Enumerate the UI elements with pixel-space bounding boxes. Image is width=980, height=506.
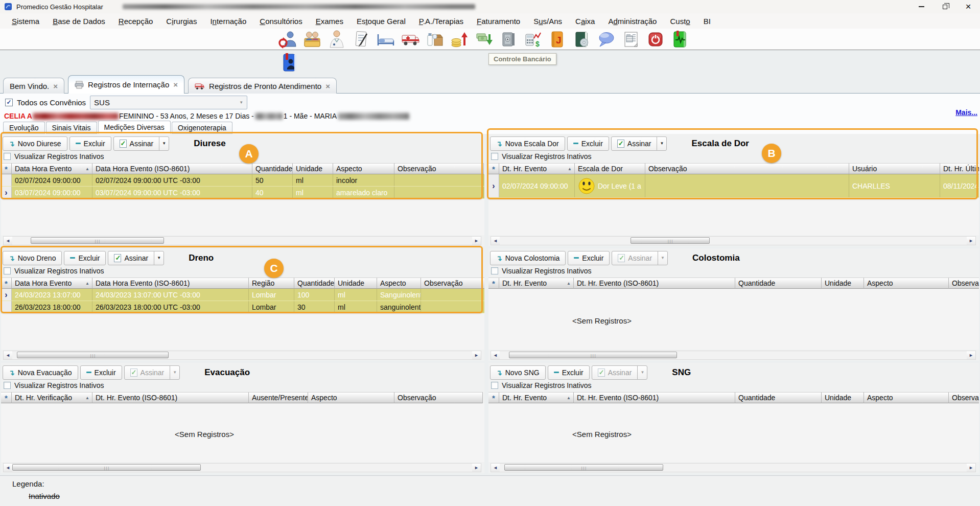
- reference-book-icon[interactable]: [572, 29, 592, 50]
- ambulance-icon[interactable]: [400, 29, 421, 50]
- sign-button[interactable]: ✓Assinar: [113, 136, 160, 151]
- tab-bem-vindo[interactable]: Bem Vindo. ×: [3, 78, 64, 94]
- restore-button[interactable]: [933, 0, 956, 13]
- tab-registros-de-internacao[interactable]: Registros de Internação ×: [68, 75, 184, 94]
- sign-button[interactable]: ✓Assinar: [612, 251, 658, 265]
- phone-directory-icon[interactable]: J: [547, 29, 568, 50]
- scroll-thumb[interactable]: [31, 237, 164, 244]
- column-header-ausente-presente[interactable]: Ausente/Presente: [249, 392, 308, 403]
- menu-item-bi[interactable]: BI: [697, 15, 717, 27]
- scroll-thumb[interactable]: [631, 237, 710, 244]
- column-header-dt-hr-evento-iso-8601[interactable]: Dt. Hr. Evento (ISO-8601): [574, 278, 735, 289]
- horizontal-scrollbar[interactable]: ◄ ►: [3, 236, 481, 245]
- inactive-filter-checkbox[interactable]: Visualizar Registros Inativos: [1, 380, 484, 390]
- scroll-right-icon[interactable]: ►: [472, 237, 481, 245]
- new-record-button[interactable]: ↴Nova Evacuação: [3, 365, 78, 380]
- close-icon[interactable]: ×: [325, 82, 330, 90]
- delete-button[interactable]: Excluir: [69, 136, 111, 151]
- column-header-quantidade[interactable]: Quantidade: [294, 278, 335, 289]
- sign-dropdown-button[interactable]: ▼: [170, 365, 180, 380]
- column-header-unidade[interactable]: Unidade: [293, 163, 333, 174]
- column-header-aspecto[interactable]: Aspecto: [864, 278, 949, 289]
- inactive-filter-checkbox[interactable]: Visualizar Registros Inativos: [1, 151, 484, 162]
- sign-dropdown-button[interactable]: ▼: [657, 136, 667, 151]
- menu-item-exames[interactable]: Exames: [309, 15, 350, 27]
- column-header-quantidade[interactable]: Quantidade: [252, 163, 293, 174]
- menu-item-custo[interactable]: Custo: [663, 15, 696, 27]
- billing-calculator-icon[interactable]: $: [523, 29, 543, 50]
- user-sync-icon[interactable]: [277, 29, 298, 50]
- patient-records-icon[interactable]: [302, 29, 322, 50]
- inactive-filter-checkbox[interactable]: Visualizar Registros Inativos: [488, 151, 979, 162]
- new-record-button[interactable]: ↴Novo Diurese: [3, 136, 67, 151]
- tab-registros-de-pronto-atendimento[interactable]: Registros de Pronto Atendimento ×: [188, 78, 337, 94]
- coins-up-icon[interactable]: [449, 29, 470, 50]
- sign-dropdown-button[interactable]: ▼: [658, 251, 668, 265]
- new-record-button[interactable]: ↴Nova Escala Dor: [490, 136, 565, 151]
- column-header-regi-o[interactable]: Região: [249, 278, 294, 289]
- convenio-select[interactable]: SUS ▼: [90, 96, 247, 109]
- horizontal-scrollbar[interactable]: ◄ ►: [491, 463, 976, 472]
- doctor-icon[interactable]: [326, 29, 347, 50]
- new-record-button[interactable]: ↴Novo Dreno: [3, 251, 62, 265]
- all-convenios-checkbox[interactable]: ✓: [5, 99, 13, 106]
- inactive-filter-checkbox[interactable]: Visualizar Registros Inativos: [1, 266, 484, 276]
- column-header-dt-hr-evento[interactable]: Dt. Hr. Evento▲: [499, 278, 574, 289]
- sign-dropdown-button[interactable]: ▼: [154, 251, 164, 265]
- menu-item-faturamento[interactable]: Faturamento: [470, 15, 527, 27]
- table-row[interactable]: ›24/03/2023 13:07:0024/03/2023 13:07:00 …: [1, 289, 484, 301]
- column-header-escala-de-dor[interactable]: Escala de Dor: [575, 163, 645, 174]
- sign-dropdown-button[interactable]: ▼: [159, 136, 169, 151]
- scroll-right-icon[interactable]: ►: [472, 351, 481, 359]
- menu-item-sus-ans[interactable]: Sus/Ans: [527, 15, 569, 27]
- scroll-left-icon[interactable]: ◄: [491, 464, 500, 472]
- close-button[interactable]: ×: [956, 0, 980, 13]
- delete-button[interactable]: Excluir: [568, 251, 610, 265]
- bank-safe-icon[interactable]: [498, 29, 519, 50]
- inactive-filter-checkbox[interactable]: Visualizar Registros Inativos: [488, 380, 979, 390]
- scroll-right-icon[interactable]: ►: [967, 237, 975, 245]
- scroll-left-icon[interactable]: ◄: [4, 237, 12, 245]
- column-header-observa-o[interactable]: Observação: [645, 163, 849, 174]
- column-header-data-hora-evento[interactable]: Data Hora Evento▲: [12, 278, 92, 289]
- menu-item-estoque-geral[interactable]: Estoque Geral: [350, 15, 412, 27]
- more-link[interactable]: Mais...: [955, 108, 977, 117]
- scroll-left-icon[interactable]: ◄: [4, 351, 12, 359]
- column-header-aspecto[interactable]: Aspecto: [333, 163, 394, 174]
- column-header-unidade[interactable]: Unidade: [335, 278, 377, 289]
- subtab-medi-es-diversas[interactable]: Medições Diversas: [98, 121, 171, 134]
- subtab-sinais-vitais[interactable]: Sinais Vitais: [46, 122, 97, 134]
- scroll-left-icon[interactable]: ◄: [491, 351, 500, 359]
- health-log-icon[interactable]: [670, 29, 690, 50]
- close-icon[interactable]: ×: [53, 82, 58, 90]
- scroll-track[interactable]: [500, 237, 967, 245]
- horizontal-scrollbar[interactable]: ◄ ►: [3, 463, 481, 472]
- scroll-left-icon[interactable]: ◄: [491, 237, 500, 245]
- menu-item-recep-o[interactable]: Recepção: [112, 15, 160, 27]
- scroll-right-icon[interactable]: ►: [472, 464, 481, 472]
- scroll-thumb[interactable]: [12, 464, 201, 471]
- sign-button[interactable]: ✓Assinar: [592, 365, 638, 380]
- column-header-data-hora-evento[interactable]: Data Hora Evento▲: [12, 163, 92, 174]
- close-icon[interactable]: ×: [173, 80, 178, 89]
- subtab-oxigenoterapia[interactable]: Oxigenoterapia: [172, 122, 232, 134]
- column-header-unidade[interactable]: Unidade: [822, 392, 864, 403]
- sign-dropdown-button[interactable]: ▼: [637, 365, 647, 380]
- column-header-quantidade[interactable]: Quantidade: [735, 278, 822, 289]
- sign-button[interactable]: ✓Assinar: [108, 251, 154, 265]
- column-header-unidade[interactable]: Unidade: [822, 278, 864, 289]
- column-header-aspecto[interactable]: Aspecto: [308, 392, 394, 403]
- scroll-track[interactable]: [12, 351, 472, 359]
- column-header-dt-hr-verifica-o[interactable]: Dt. Hr. Verificação▲: [12, 392, 92, 403]
- column-header-dt-hr-evento-iso-8601[interactable]: Dt. Hr. Evento (ISO-8601): [92, 392, 249, 403]
- pharmacy-supplies-icon[interactable]: [425, 29, 445, 50]
- delete-button[interactable]: Excluir: [567, 136, 609, 151]
- menu-item-administra-o[interactable]: Administração: [601, 15, 663, 27]
- hospital-bed-icon[interactable]: [376, 29, 396, 50]
- notebook-icon[interactable]: [282, 53, 297, 73]
- minimize-button[interactable]: [909, 0, 933, 13]
- scroll-left-icon[interactable]: ◄: [4, 464, 12, 472]
- scroll-thumb[interactable]: [509, 352, 677, 358]
- table-row[interactable]: ›03/07/2024 09:00:0003/07/2024 09:00:00 …: [1, 187, 484, 199]
- column-header-dt-hr-evento[interactable]: Dt. Hr. Evento▲: [499, 163, 575, 174]
